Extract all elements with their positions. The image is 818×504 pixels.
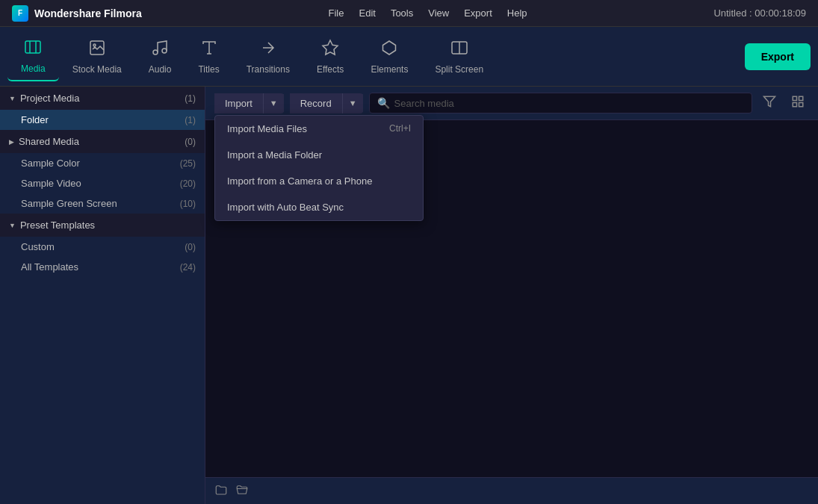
import-dropdown: Import Media Files Ctrl+I Import a Media… (214, 115, 424, 221)
title-bar: F Wondershare Filmora File Edit Tools Vi… (0, 0, 818, 27)
sample-video-label: Sample Video (21, 178, 81, 189)
all-templates-label: All Templates (21, 261, 78, 273)
app-name: Wondershare Filmora (34, 7, 142, 19)
dropdown-import-folder[interactable]: Import a Media Folder (215, 142, 423, 168)
record-dropdown-arrow[interactable]: ▼ (343, 94, 363, 112)
svg-point-3 (153, 50, 158, 55)
effects-icon (321, 39, 339, 60)
folder-label: Folder (21, 114, 49, 125)
import-bar: Import ▼ Import Media Files Ctrl+I Impor… (205, 87, 818, 120)
import-files-shortcut: Ctrl+I (389, 123, 411, 134)
sidebar-section-project-media[interactable]: ▼ Project Media (1) (0, 87, 205, 110)
elements-icon (380, 39, 398, 60)
toolbar-transitions-label: Transitions (247, 64, 290, 75)
toolbar-media-label: Media (21, 63, 46, 74)
preset-templates-arrow: ▼ (9, 222, 16, 229)
menu-export[interactable]: Export (464, 7, 492, 19)
svg-rect-10 (799, 96, 803, 100)
audio-icon (151, 39, 169, 60)
sidebar-item-custom[interactable]: Custom (0) (0, 237, 205, 257)
shared-media-label: Shared Media (19, 136, 79, 147)
import-folder-label: Import a Media Folder (227, 149, 322, 161)
sidebar-section-preset-templates[interactable]: ▼ Preset Templates (0, 214, 205, 237)
project-title: Untitled : 00:00:18:09 (713, 7, 806, 19)
grid-view-button[interactable] (787, 93, 809, 113)
svg-rect-12 (799, 103, 803, 107)
dropdown-import-files[interactable]: Import Media Files Ctrl+I (215, 116, 423, 142)
toolbar-titles-label: Titles (198, 64, 219, 75)
svg-rect-11 (793, 103, 796, 107)
toolbar-audio-label: Audio (149, 64, 172, 75)
export-button[interactable]: Export (745, 43, 811, 70)
search-bar: 🔍 (369, 93, 752, 113)
sample-color-count: (25) (180, 158, 196, 169)
new-folder-icon[interactable] (214, 483, 228, 500)
svg-marker-6 (383, 41, 396, 55)
transitions-icon (259, 39, 277, 60)
sidebar-item-sample-color[interactable]: Sample Color (25) (0, 153, 205, 173)
sample-green-label: Sample Green Screen (21, 198, 117, 209)
record-button[interactable]: Record (290, 93, 343, 113)
sidebar-item-all-templates[interactable]: All Templates (24) (0, 257, 205, 277)
bottom-bar (205, 477, 818, 504)
open-folder-icon[interactable] (235, 483, 249, 500)
project-media-label: Project Media (20, 93, 79, 104)
menu-bar: File Edit Tools View Export Help (329, 7, 527, 19)
content-area: Import ▼ Import Media Files Ctrl+I Impor… (205, 87, 818, 504)
menu-view[interactable]: View (428, 7, 449, 19)
toolbar-audio[interactable]: Audio (135, 33, 185, 81)
sample-color-label: Sample Color (21, 158, 80, 169)
app-logo: F Wondershare Filmora (12, 5, 142, 22)
shared-media-arrow: ▶ (9, 138, 14, 146)
import-dropdown-arrow[interactable]: ▼ (264, 94, 284, 112)
toolbar-split-screen-label: Split Screen (435, 64, 483, 75)
import-files-label: Import Media Files (227, 123, 307, 134)
titles-icon (200, 39, 218, 60)
custom-label: Custom (21, 241, 55, 252)
toolbar-split-screen[interactable]: Split Screen (421, 33, 497, 81)
main-layout: ▼ Project Media (1) Folder (1) ▶ Shared … (0, 87, 818, 504)
menu-tools[interactable]: Tools (391, 7, 413, 19)
custom-count: (0) (185, 242, 196, 252)
sidebar-item-sample-video[interactable]: Sample Video (20) (0, 173, 205, 193)
toolbar: Media Stock Media Audio Titles (0, 27, 818, 87)
import-beat-sync-label: Import with Auto Beat Sync (227, 202, 344, 213)
menu-help[interactable]: Help (507, 7, 527, 19)
import-button[interactable]: Import (214, 93, 264, 113)
svg-marker-8 (764, 96, 775, 107)
toolbar-elements-label: Elements (371, 64, 408, 75)
preset-templates-label: Preset Templates (20, 220, 95, 231)
toolbar-transitions[interactable]: Transitions (233, 33, 303, 81)
project-media-count: (1) (185, 93, 196, 104)
sidebar-section-shared-media[interactable]: ▶ Shared Media (0) (0, 130, 205, 153)
sidebar: ▼ Project Media (1) Folder (1) ▶ Shared … (0, 87, 205, 504)
split-screen-icon (450, 39, 468, 60)
sidebar-item-folder[interactable]: Folder (1) (0, 110, 205, 130)
shared-media-count: (0) (185, 137, 196, 147)
menu-file[interactable]: File (329, 7, 344, 19)
toolbar-elements[interactable]: Elements (357, 33, 421, 81)
dropdown-import-camera[interactable]: Import from a Camera or a Phone (215, 168, 423, 194)
sample-green-count: (10) (180, 199, 196, 209)
toolbar-media[interactable]: Media (7, 32, 59, 81)
toolbar-effects-label: Effects (317, 64, 344, 75)
sample-video-count: (20) (180, 178, 196, 189)
dropdown-import-beat-sync[interactable]: Import with Auto Beat Sync (215, 194, 423, 220)
filter-button[interactable] (758, 93, 781, 113)
toolbar-stock-media-label: Stock Media (72, 64, 122, 75)
menu-edit[interactable]: Edit (359, 7, 375, 19)
logo-icon: F (12, 5, 28, 22)
svg-rect-9 (793, 96, 796, 100)
toolbar-titles[interactable]: Titles (185, 33, 232, 81)
record-button-group: Record ▼ (290, 93, 363, 113)
svg-rect-0 (25, 41, 40, 53)
project-media-arrow: ▼ (9, 95, 16, 102)
media-icon (24, 38, 42, 59)
svg-marker-5 (323, 40, 338, 55)
toolbar-stock-media[interactable]: Stock Media (59, 33, 135, 81)
toolbar-effects[interactable]: Effects (303, 33, 357, 81)
sidebar-item-sample-green[interactable]: Sample Green Screen (10) (0, 193, 205, 214)
svg-point-2 (93, 44, 96, 46)
search-input[interactable] (394, 98, 744, 109)
stock-media-icon (88, 39, 106, 60)
